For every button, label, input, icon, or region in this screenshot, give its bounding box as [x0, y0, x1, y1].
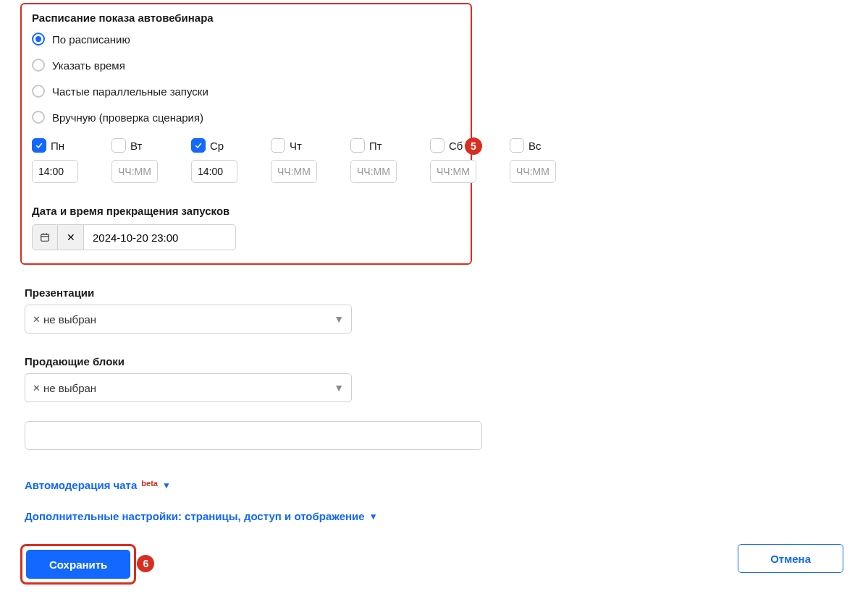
- day-label: Чт: [290, 140, 302, 152]
- chip-remove-icon[interactable]: ✕: [33, 383, 41, 394]
- chevron-down-icon: ▼: [162, 480, 171, 490]
- day-time-input[interactable]: [191, 160, 237, 183]
- schedule-option-1[interactable]: Указать время: [32, 59, 460, 72]
- stop-date-title: Дата и время прекращения запусков: [32, 205, 460, 217]
- footer: Сохранить 6 Отмена: [20, 544, 843, 585]
- day-time-input[interactable]: [111, 160, 158, 183]
- day-checkbox[interactable]: [350, 138, 365, 153]
- save-button[interactable]: Сохранить: [26, 550, 130, 579]
- day-time-input[interactable]: [510, 160, 556, 183]
- schedule-title: Расписание показа автовебинара: [32, 12, 460, 24]
- day-col-Пн: Пн: [32, 138, 78, 183]
- clear-date-icon[interactable]: ✕: [58, 224, 84, 250]
- extra-settings-label: Дополнительные настройки: страницы, дост…: [25, 510, 365, 522]
- day-label: Пт: [369, 140, 382, 152]
- day-checkbox[interactable]: [111, 138, 126, 153]
- save-highlight: Сохранить 6: [20, 544, 136, 585]
- schedule-option-3[interactable]: Вручную (проверка сценария): [32, 111, 460, 124]
- radio-icon[interactable]: [32, 33, 45, 46]
- day-col-Пт: Пт: [350, 138, 397, 183]
- radio-icon[interactable]: [32, 59, 45, 72]
- extra-settings-toggle[interactable]: Дополнительные настройки: страницы, дост…: [25, 510, 868, 522]
- day-col-Вс: Вс: [510, 138, 556, 183]
- presentations-field: Презентации ✕ не выбран ▼: [25, 286, 352, 334]
- annotation-5: 5: [465, 137, 482, 155]
- chip-remove-icon[interactable]: ✕: [33, 314, 41, 325]
- selling-blocks-chip[interactable]: ✕ не выбран: [33, 382, 96, 394]
- beta-badge: beta: [141, 479, 158, 488]
- day-col-Ср: Ср: [191, 138, 237, 183]
- chevron-down-icon: ▼: [334, 382, 344, 394]
- radio-icon[interactable]: [32, 111, 45, 124]
- schedule-panel: 5 Расписание показа автовебинара По расп…: [20, 3, 472, 265]
- calendar-icon[interactable]: [32, 224, 58, 250]
- day-time-input[interactable]: [430, 160, 476, 183]
- day-time-input[interactable]: [350, 160, 397, 183]
- presentations-chip[interactable]: ✕ не выбран: [33, 313, 96, 326]
- selling-blocks-select[interactable]: ✕ не выбран ▼: [25, 373, 352, 402]
- day-checkbox[interactable]: [430, 138, 444, 153]
- day-label: Вс: [528, 140, 542, 152]
- day-time-input[interactable]: [271, 160, 317, 183]
- radio-label: Вручную (проверка сценария): [52, 111, 203, 124]
- day-label: Сб: [449, 140, 463, 152]
- day-checkbox[interactable]: [191, 138, 206, 153]
- stop-date-input[interactable]: [84, 224, 236, 250]
- day-col-Вт: Вт: [111, 138, 158, 183]
- chip-label: не выбран: [43, 382, 96, 394]
- stop-date-group: ✕: [32, 224, 460, 250]
- day-checkbox[interactable]: [510, 138, 524, 153]
- chip-label: не выбран: [43, 313, 96, 326]
- automod-label: Автомодерация чата: [25, 479, 137, 491]
- presentations-label: Презентации: [25, 286, 352, 299]
- svg-rect-0: [41, 234, 49, 241]
- day-label: Вт: [130, 140, 142, 152]
- schedule-option-0[interactable]: По расписанию: [32, 33, 460, 46]
- day-checkbox[interactable]: [271, 138, 285, 153]
- radio-label: Указать время: [52, 59, 125, 72]
- automod-toggle[interactable]: Автомодерация чата beta ▼: [25, 479, 868, 491]
- selling-blocks-label: Продающие блоки: [25, 355, 352, 368]
- extra-input[interactable]: [25, 421, 482, 450]
- chevron-down-icon: ▼: [369, 511, 378, 522]
- day-label: Пн: [51, 140, 64, 152]
- radio-icon[interactable]: [32, 85, 45, 98]
- day-label: Ср: [210, 140, 224, 152]
- day-col-Чт: Чт: [271, 138, 317, 183]
- day-time-input[interactable]: [32, 160, 78, 183]
- day-checkbox[interactable]: [32, 138, 46, 153]
- selling-blocks-field: Продающие блоки ✕ не выбран ▼: [25, 355, 352, 402]
- chevron-down-icon: ▼: [334, 313, 344, 325]
- schedule-option-2[interactable]: Частые параллельные запуски: [32, 85, 460, 98]
- cancel-button[interactable]: Отмена: [738, 544, 843, 573]
- radio-label: Частые параллельные запуски: [52, 85, 208, 98]
- presentations-select[interactable]: ✕ не выбран ▼: [25, 305, 352, 334]
- annotation-6: 6: [137, 555, 154, 572]
- radio-label: По расписанию: [52, 33, 130, 46]
